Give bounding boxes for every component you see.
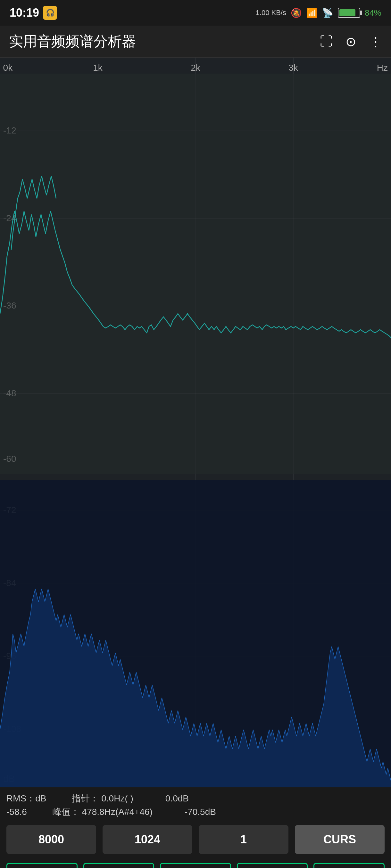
- cursor-note: ): [131, 794, 133, 803]
- battery-fill: [339, 9, 356, 16]
- menu-icon[interactable]: ⋮: [369, 34, 382, 49]
- battery-pct: 84%: [365, 8, 381, 18]
- info-bar: RMS：dB 指针： 0.0Hz( ) 0.0dB -58.6 峰值： 478.…: [0, 787, 391, 820]
- freq-label-1k: 1k: [93, 63, 103, 73]
- rms-value: -58.6: [6, 807, 27, 817]
- avg-button[interactable]: 1: [199, 825, 288, 854]
- freq-label-3k: 3k: [288, 63, 298, 73]
- freq-axis: 0k 1k 2k 3k Hz: [0, 60, 391, 73]
- controls-bar: 8000 1024 1 CURS: [0, 820, 391, 859]
- freq-label-hz: Hz: [377, 63, 388, 73]
- peak-text: 峰值：: [53, 807, 80, 817]
- peak-hz: 478.8Hz(A#4+46): [82, 807, 152, 817]
- battery-tip: [360, 10, 362, 15]
- wifi-icon: 📡: [322, 8, 333, 18]
- status-left: 10:19 🎧: [9, 6, 57, 20]
- fft-size-button[interactable]: 1024: [103, 825, 192, 854]
- rms-label: RMS：dB: [6, 793, 46, 805]
- sample-rate-button[interactable]: 8000: [6, 825, 96, 854]
- freq-label-0k: 0k: [3, 63, 13, 73]
- peak-label: 峰值： 478.8Hz(A#4+46): [53, 806, 152, 818]
- svg-rect-0: [0, 73, 391, 474]
- spectrum-chart: [0, 58, 391, 787]
- cursor-hz: 0.0Hz(: [101, 794, 128, 803]
- freq-label-2k: 2k: [191, 63, 200, 73]
- app-notification-icon: 🎧: [43, 6, 57, 20]
- cursor-db: 0.0dB: [165, 794, 189, 804]
- app-header: 实用音频频谱分析器 ⛶ ⊙ ⋮: [0, 26, 391, 58]
- cursor-text: 指针：: [72, 794, 99, 803]
- info-row-1: RMS：dB 指针： 0.0Hz( ) 0.0dB: [6, 793, 385, 805]
- status-time: 10:19: [9, 6, 39, 20]
- info-row-2: -58.6 峰值： 478.8Hz(A#4+46) -70.5dB: [6, 806, 385, 818]
- network-speed: 1.00 KB/s: [256, 9, 286, 17]
- mute-icon: 🔕: [291, 8, 302, 18]
- monitor-button[interactable]: 监听: [6, 863, 78, 868]
- chart-container: 0k 1k 2k 3k Hz -12 -24 -36 -48 -60 -72 -…: [0, 58, 391, 787]
- signal-icon: 📶: [306, 8, 317, 18]
- status-bar: 10:19 🎧 1.00 KB/s 🔕 📶 📡 84%: [0, 0, 391, 26]
- cursor-label: 指针： 0.0Hz( ): [72, 793, 133, 805]
- cursor-button[interactable]: CURS: [295, 825, 385, 854]
- battery-bar: [338, 8, 360, 18]
- battery-container: 84%: [338, 8, 381, 18]
- header-icons: ⛶ ⊙ ⋮: [320, 34, 382, 49]
- status-right: 1.00 KB/s 🔕 📶 📡 84%: [256, 8, 381, 18]
- focus-icon[interactable]: ⊙: [345, 34, 356, 49]
- app-title: 实用音频频谱分析器: [9, 32, 136, 51]
- run-button[interactable]: 运行: [313, 863, 385, 868]
- function-bar: 监听 频谱 dB 线性 运行: [0, 859, 391, 868]
- expand-icon[interactable]: ⛶: [320, 34, 333, 49]
- spectrum-button[interactable]: 频谱: [83, 863, 155, 868]
- peak-db: -70.5dB: [185, 807, 216, 817]
- db-button[interactable]: dB: [160, 863, 231, 868]
- linear-button[interactable]: 线性: [237, 863, 308, 868]
